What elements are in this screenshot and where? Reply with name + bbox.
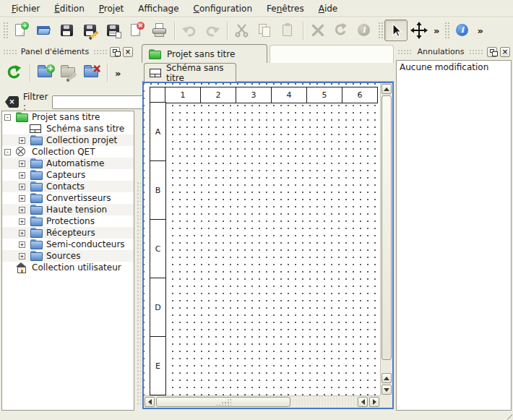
expander-plus-icon[interactable]: + (19, 253, 25, 260)
edit-element-button[interactable] (58, 62, 79, 84)
scroll-up-button-2[interactable] (381, 373, 392, 383)
vertical-scrollbar[interactable] (380, 83, 392, 395)
about-qet-button[interactable]: i (451, 20, 474, 41)
expander-plus-icon[interactable]: + (19, 184, 25, 190)
dock-float-button[interactable] (110, 47, 120, 57)
menu-fenetres[interactable]: Fenêtres (259, 1, 311, 16)
expander-plus-icon[interactable]: + (19, 172, 25, 179)
elements-panel-toolbar: + × » (1, 60, 134, 86)
move-tool-button[interactable] (408, 20, 431, 41)
dock-close-button[interactable]: × (500, 47, 510, 57)
cut-button[interactable] (230, 20, 254, 41)
document-close-icon: × (128, 22, 145, 39)
splitter-handle[interactable] (136, 181, 141, 405)
project-folder-icon (15, 112, 28, 122)
menu-affichage[interactable]: Affichage (131, 1, 186, 16)
scroll-down-button[interactable] (381, 385, 392, 395)
save-all-button[interactable] (102, 20, 125, 41)
print-button[interactable] (148, 20, 171, 41)
scroll-left-button-2[interactable] (358, 397, 368, 407)
toolbar-handle[interactable] (2, 21, 8, 40)
save-button[interactable] (56, 20, 79, 41)
tree-item-sources[interactable]: +Sources (2, 250, 134, 262)
menu-fichier[interactable]: Fichier (4, 1, 47, 16)
toolbar-handle[interactable] (377, 21, 383, 40)
copy-pages-icon (256, 22, 274, 39)
menu-projet[interactable]: Projet (92, 1, 131, 16)
project-folder-icon (148, 49, 161, 59)
elements-panel: Panel d'éléments × + × » (1, 46, 134, 411)
tree-item-collection-utilisateur[interactable]: Collection utilisateur (2, 262, 134, 273)
expander-plus-icon[interactable]: + (19, 160, 25, 167)
expander-plus-icon[interactable]: + (19, 195, 25, 202)
expander-plus-icon[interactable]: + (19, 230, 25, 236)
row-header: E (150, 336, 166, 395)
tree-item-schema-sans-titre[interactable]: Schéma sans titre (2, 123, 134, 134)
horizontal-scroll-thumb[interactable] (156, 397, 290, 407)
vertical-scroll-thumb[interactable] (381, 95, 392, 360)
toolbar-handle[interactable] (444, 21, 449, 40)
tree-item-convertisseurs[interactable]: +Convertisseurs (2, 192, 134, 204)
undo-button[interactable] (178, 20, 201, 41)
new-element-button[interactable]: + (35, 62, 56, 84)
redo-button[interactable] (201, 20, 224, 41)
undo-panel: Annulations × Aucune modification (396, 46, 512, 411)
tree-item-automatisme[interactable]: +Automatisme (2, 158, 134, 169)
resize-grip[interactable] (504, 411, 512, 419)
schema-icon (150, 69, 161, 77)
expander-plus-icon[interactable]: + (19, 207, 25, 213)
expander-minus-icon[interactable]: - (4, 149, 11, 155)
tree-item-capteurs[interactable]: +Capteurs (2, 169, 134, 181)
expander-plus-icon[interactable]: + (19, 218, 25, 225)
tree-item-contacts[interactable]: +Contacts (2, 181, 134, 192)
element-infos-button[interactable]: i (353, 20, 376, 41)
tree-item-semi-conducteurs[interactable]: +Semi-conducteurs (2, 239, 134, 250)
diagram-view[interactable]: 123456 ABCDE (142, 82, 394, 409)
qelectrotech-window: FichierÉditionProjetAffichageConfigurati… (0, 0, 513, 420)
tree-item-haute-tension[interactable]: +Haute tension (2, 204, 134, 215)
toolbar-overflow-button[interactable]: » (431, 25, 442, 36)
dock-float-button[interactable] (487, 47, 497, 57)
qet-collection-icon (15, 147, 28, 157)
tree-item-recepteurs[interactable]: +Récepteurs (2, 227, 134, 239)
tree-item-collection-projet[interactable]: +Collection projet (2, 134, 134, 146)
delete-button[interactable] (306, 20, 329, 41)
close-file-button[interactable]: × (125, 20, 148, 41)
expander-plus-icon[interactable]: + (19, 241, 25, 248)
toolbar-overflow-button[interactable]: » (474, 25, 486, 36)
save-as-button[interactable] (79, 20, 102, 41)
delete-element-button[interactable]: × (81, 62, 103, 84)
rotate-button[interactable] (329, 20, 353, 41)
menu-edition[interactable]: Édition (47, 1, 92, 16)
scroll-right-button[interactable] (369, 397, 379, 407)
tree-item-collection-qet[interactable]: -Collection QET (2, 146, 134, 158)
document-new-icon: + (12, 22, 30, 39)
panel-toolbar-overflow-button[interactable]: » (112, 68, 124, 79)
dock-close-button[interactable]: × (123, 47, 133, 57)
clear-filter-button[interactable]: × (5, 96, 19, 108)
undo-panel-titlebar[interactable]: Annulations × (396, 46, 512, 58)
undo-list-item[interactable]: Aucune modification (397, 61, 511, 74)
folder-icon (30, 170, 43, 180)
tree-item-label: Schéma sans titre (46, 124, 124, 134)
tab-project[interactable]: Projet sans titre (142, 44, 267, 63)
titlebar-texture (3, 49, 17, 55)
select-tool-button[interactable] (384, 20, 408, 41)
reload-collections-button[interactable] (4, 62, 25, 84)
new-project-button[interactable]: + (9, 20, 33, 41)
expander-minus-icon[interactable]: - (4, 114, 11, 121)
scroll-left-button[interactable] (145, 397, 155, 407)
expander-plus-icon[interactable]: + (19, 137, 25, 144)
menu-aide[interactable]: Aide (311, 1, 345, 16)
copy-button[interactable] (254, 20, 277, 41)
tree-item-projet-sans-titre[interactable]: -Projet sans titre (2, 111, 134, 123)
paste-button[interactable] (277, 20, 300, 41)
open-project-button[interactable] (33, 20, 56, 41)
menu-configuration[interactable]: Configuration (186, 1, 259, 16)
elements-panel-titlebar[interactable]: Panel d'éléments × (1, 46, 134, 58)
diagram-canvas[interactable]: 123456 ABCDE (144, 83, 380, 395)
scroll-up-button[interactable] (381, 84, 392, 94)
tree-item-protections[interactable]: +Protections (2, 215, 134, 227)
horizontal-scrollbar[interactable] (144, 395, 380, 408)
tab-schema[interactable]: Schéma sans titre (144, 63, 236, 82)
